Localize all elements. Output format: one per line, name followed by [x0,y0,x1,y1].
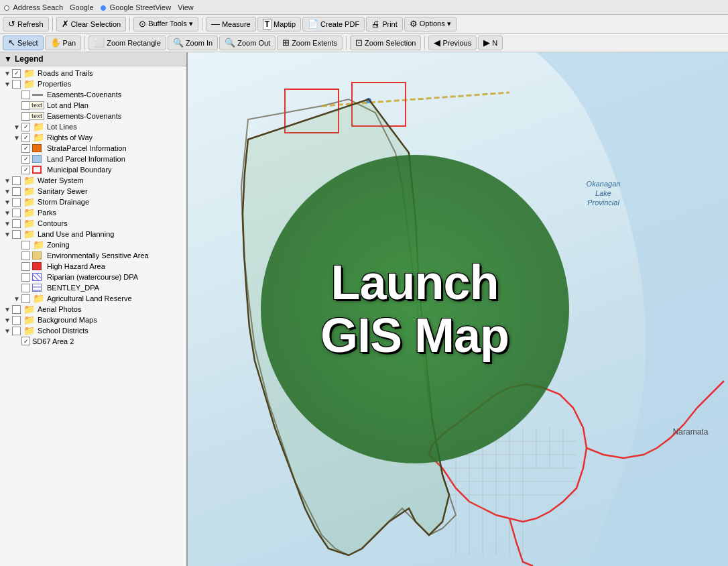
svg-text:Okanagan: Okanagan [587,180,621,188]
legend-tree: ▼📁Roads and Trails▼📁PropertiesEasements-… [0,66,186,347]
legend-item[interactable]: StrataParcel Information [0,143,186,154]
clear-selection-button[interactable]: ✗ Clear Selection [56,17,127,32]
expander-icon[interactable]: ▼ [3,177,12,184]
layer-checkbox[interactable] [21,166,30,174]
layer-checkbox[interactable] [12,230,21,239]
maptip-button[interactable]: T Maptip [257,17,301,32]
expander-icon[interactable]: ▼ [12,295,21,302]
legend-item[interactable]: textLot and Plan [0,100,186,111]
legend-item[interactable]: Environmentally Sensitive Area [0,250,186,261]
legend-item[interactable]: Municipal Boundary [0,164,186,175]
create-pdf-button[interactable]: 📄 Create PDF [302,17,365,32]
zoom-out-button[interactable]: 🔍 Zoom Out [219,36,276,50]
zoom-selection-button[interactable]: ⊡ Zoom Selection [350,36,421,50]
print-button[interactable]: 🖨 Print [366,17,403,32]
layer-icon: 📁 [23,229,35,239]
legend-item[interactable]: High Hazard Area [0,261,186,272]
pan-button[interactable]: ✋ Pan [45,36,82,50]
zoom-in-button[interactable]: 🔍 Zoom In [168,36,218,50]
layer-label: Easements-Covenants [47,112,121,120]
legend-item[interactable]: ▼📁Land Use and Planning [0,229,186,239]
layer-checkbox[interactable] [21,273,30,282]
legend-item[interactable]: ▼📁Agricultural Land Reserve [0,293,186,304]
legend-item[interactable]: ▼📁Background Maps [0,315,186,325]
layer-checkbox[interactable] [21,123,30,131]
layer-checkbox[interactable] [21,262,30,271]
radio-streetview[interactable]: Google StreetView [101,3,172,11]
layer-checkbox[interactable] [21,284,30,292]
refresh-button[interactable]: ↺ Refresh [3,17,49,32]
measure-button[interactable]: — Measure [206,17,256,32]
zoom-sel-icon: ⊡ [355,38,363,48]
expander-icon[interactable]: ▼ [3,220,12,227]
layer-checkbox[interactable] [12,305,21,314]
select-icon: ↖ [8,38,15,48]
layer-checkbox[interactable] [12,209,21,217]
expander-icon[interactable]: ▼ [3,327,12,335]
expander-icon[interactable]: ▼ [3,199,12,206]
layer-checkbox[interactable] [21,294,30,303]
legend-item[interactable]: ▼📁Lot Lines [0,121,186,132]
zoom-rectangle-button[interactable]: ⬜ Zoom Rectangle [88,36,166,50]
link-view[interactable]: View [178,3,194,11]
legend-item[interactable]: Riparian (watercourse) DPA [0,272,186,282]
expander-icon[interactable]: ▼ [12,134,21,142]
legend-item[interactable]: ▼📁Roads and Trails [0,68,186,78]
layer-checkbox[interactable] [21,241,30,249]
layer-label: Sanitary Sewer [38,187,88,195]
layer-checkbox[interactable] [21,144,30,153]
legend-item[interactable]: textEasements-Covenants [0,111,186,121]
legend-item[interactable]: Land Parcel Information [0,154,186,164]
layer-checkbox[interactable] [21,155,30,164]
expander-icon[interactable]: ▼ [3,306,12,313]
legend-item[interactable]: ▼📁Sanitary Sewer [0,186,186,196]
previous-button[interactable]: ◀ Previous [428,36,477,50]
layer-label: Easements-Covenants [47,91,121,99]
layer-checkbox[interactable] [12,327,21,335]
legend-item[interactable]: ▼📁Parks [0,207,186,218]
layer-checkbox[interactable] [21,337,30,345]
layer-icon: 📁 [23,186,35,196]
expander-icon[interactable]: ▼ [3,317,12,324]
map-area[interactable]: Okanagan Lake Provincial Naramata Launch… [188,52,728,566]
expander-icon[interactable]: ▼ [3,209,12,217]
layer-icon [32,165,44,174]
legend-item[interactable]: ▼📁Properties [0,78,186,89]
legend-item[interactable]: ▼📁Storm Drainage [0,196,186,207]
legend-item[interactable]: ▼📁Rights of Way [0,132,186,143]
legend-item[interactable]: ▼📁School Districts [0,325,186,336]
legend-item[interactable]: ▼📁Aerial Photos [0,304,186,315]
layer-checkbox[interactable] [12,176,21,185]
layer-checkbox[interactable] [12,316,21,325]
refresh-icon: ↺ [8,19,15,29]
layer-checkbox[interactable] [12,80,21,89]
legend-item[interactable]: 📁Zoning [0,239,186,250]
legend-item[interactable]: Easements-Covenants [0,89,186,100]
link-google[interactable]: Google [70,3,93,11]
select-button[interactable]: ↖ Select [3,36,44,50]
legend-item[interactable]: ▼📁Contours [0,218,186,229]
zoom-extents-button[interactable]: ⊞ Zoom Extents [277,36,343,50]
expander-icon[interactable]: ▼ [3,231,12,238]
legend-collapse-icon[interactable]: ▼ [4,54,12,64]
radio-address[interactable]: Address Seach [4,3,63,11]
layer-checkbox[interactable] [21,91,30,99]
buffer-tools-button[interactable]: ⊙ Buffer Tools ▾ [133,17,198,32]
layer-checkbox[interactable] [21,251,30,260]
layer-label: Land Parcel Information [47,155,125,163]
layer-checkbox[interactable] [21,133,30,142]
next-button[interactable]: ▶ N [478,36,503,50]
legend-item[interactable]: SD67 Area 2 [0,336,186,346]
expander-icon[interactable]: ▼ [3,80,12,88]
layer-checkbox[interactable] [12,219,21,228]
layer-checkbox[interactable] [12,187,21,196]
legend-item[interactable]: ▼📁Water System [0,175,186,186]
launch-gis-map-button[interactable]: Launch GIS Map [261,155,569,463]
layer-checkbox[interactable] [12,69,21,78]
expander-icon[interactable]: ▼ [3,70,12,77]
expander-icon[interactable]: ▼ [3,188,12,195]
legend-item[interactable]: BENTLEY_DPA [0,282,186,293]
expander-icon[interactable]: ▼ [12,123,21,131]
layer-checkbox[interactable] [12,198,21,207]
options-button[interactable]: ⚙ Options ▾ [404,17,457,32]
